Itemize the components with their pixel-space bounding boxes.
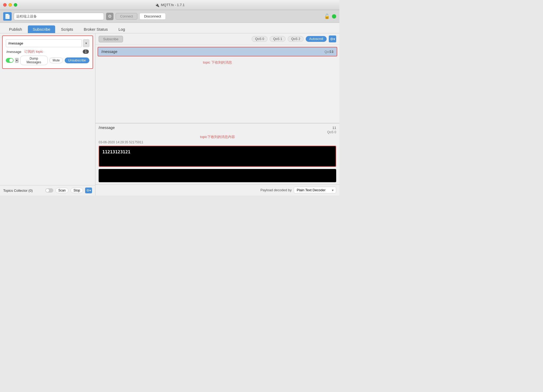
qos2-button[interactable]: QoS 2	[288, 36, 304, 42]
maximize-button[interactable]	[14, 3, 17, 7]
file-icon: 📄	[5, 14, 10, 19]
topics-collector: Topics Collector (0) Scan Stop ⚙▾	[0, 185, 95, 195]
mqtt-icon: 🔌	[155, 3, 159, 7]
message-list-item[interactable]: /message 11 QoS 0	[98, 47, 337, 56]
msg-qos: QoS 0	[325, 50, 334, 54]
tab-publish[interactable]: Publish	[4, 25, 27, 33]
message-detail-section: /message 11 QoS 0 topic下收到的消息内容 03-06-20…	[95, 123, 339, 184]
detail-qos: QoS 0	[95, 130, 339, 134]
main-tabs: Publish Subscribe Scripts Broker Status …	[0, 23, 339, 33]
message-detail-header: /message 11	[95, 123, 339, 130]
tab-subscribe[interactable]: Subscribe	[28, 25, 55, 33]
title-bar: 🔌 MQTT.fx - 1.7.1	[0, 0, 339, 10]
right-panel: Subscribe QoS 0 QoS 1 QoS 2 Autoscroll ⚙…	[95, 33, 339, 195]
topic-dropdown-arrow[interactable]: ▼	[83, 39, 89, 47]
timestamp: 03-06-2020 14:29:35 52175911	[99, 140, 143, 144]
topic-input[interactable]	[6, 39, 82, 47]
decoder-select[interactable]: Plain Text Decoder Base64 Decoder Raw De…	[294, 187, 336, 193]
left-empty-area	[0, 71, 95, 185]
collector-toggle[interactable]	[45, 188, 53, 193]
subscribe-input-area: ▼ /message 订阅的 topic 1 ▼ Dump Messages M…	[2, 35, 93, 69]
device-select[interactable]: 远程端上设备	[14, 13, 104, 20]
left-panel: ▼ /message 订阅的 topic 1 ▼ Dump Messages M…	[0, 33, 95, 195]
unsubscribe-button[interactable]: Unsubscribe	[65, 57, 89, 63]
dump-messages-button[interactable]: Dump Messages	[20, 56, 48, 65]
collector-settings-button[interactable]: ⚙▾	[85, 188, 92, 193]
message-list-annotation: topic 下收到的消息	[95, 59, 339, 66]
detail-annotation: topic下收到的消息内容	[95, 134, 339, 140]
collector-title: Topics Collector (0)	[3, 189, 43, 193]
content-area: ▼ /message 订阅的 topic 1 ▼ Dump Messages M…	[0, 33, 339, 195]
qos1-button[interactable]: QoS 1	[270, 36, 286, 42]
connect-button[interactable]: Connect	[116, 13, 137, 20]
detail-topic: /message	[99, 126, 115, 130]
autoscroll-button[interactable]: Autoscroll	[306, 36, 327, 42]
disconnect-button[interactable]: Disconnect	[139, 13, 165, 20]
message-list-area: /message 11 QoS 0 topic 下收到的消息 /message …	[95, 45, 339, 184]
topic-toggle[interactable]	[6, 58, 14, 63]
mute-button[interactable]: Mute	[49, 57, 63, 63]
app-icon: 📄	[3, 12, 12, 21]
subscribed-topic-annotation: 订阅的 topic	[24, 49, 43, 54]
stop-button[interactable]: Stop	[71, 188, 83, 193]
payload-label: Payload decoded by	[260, 188, 292, 192]
connection-status-dot	[332, 14, 336, 19]
subscribe-button[interactable]: Subscribe	[99, 36, 123, 42]
subscribed-topic-row: /message 订阅的 topic 1	[6, 49, 89, 54]
decoder-select-wrapper: Plain Text Decoder Base64 Decoder Raw De…	[294, 187, 336, 193]
settings-icon[interactable]: ⚙	[106, 13, 113, 20]
tab-broker-status[interactable]: Broker Status	[79, 25, 113, 33]
window-controls	[3, 3, 17, 7]
msg-topic: /message	[101, 50, 117, 54]
lock-icon: 🔓	[324, 14, 330, 19]
subscribe-bar: Subscribe QoS 0 QoS 1 QoS 2 Autoscroll ⚙…	[95, 33, 339, 45]
footer: Payload decoded by Plain Text Decoder Ba…	[95, 184, 339, 195]
message-extra-area	[99, 169, 336, 182]
toolbar: 📄 远程端上设备 ⚙ Connect Disconnect 🔓	[0, 10, 339, 23]
right-settings-button[interactable]: ⚙▾	[329, 35, 336, 42]
tab-log[interactable]: Log	[114, 25, 130, 33]
message-content-box: 11213123121	[99, 146, 336, 167]
tab-scripts[interactable]: Scripts	[56, 25, 78, 33]
subscribed-topic-name: /message	[6, 50, 21, 54]
message-content: 11213123121	[102, 149, 130, 154]
toggle-dropdown[interactable]: ▼	[15, 58, 18, 63]
detail-count: 11	[332, 126, 336, 130]
qos0-button[interactable]: QoS 0	[252, 36, 268, 42]
scan-button[interactable]: Scan	[55, 188, 68, 193]
close-button[interactable]	[3, 3, 7, 7]
minimize-button[interactable]	[8, 3, 12, 7]
message-list-empty	[95, 66, 339, 123]
topic-input-row: ▼	[6, 39, 89, 47]
timestamp-row: 03-06-2020 14:29:35 52175911	[95, 140, 339, 145]
topic-controls-row: ▼ Dump Messages Mute Unsubscribe	[6, 56, 89, 65]
window-title: 🔌 MQTT.fx - 1.7.1	[155, 3, 185, 7]
message-count-badge: 1	[83, 50, 89, 54]
